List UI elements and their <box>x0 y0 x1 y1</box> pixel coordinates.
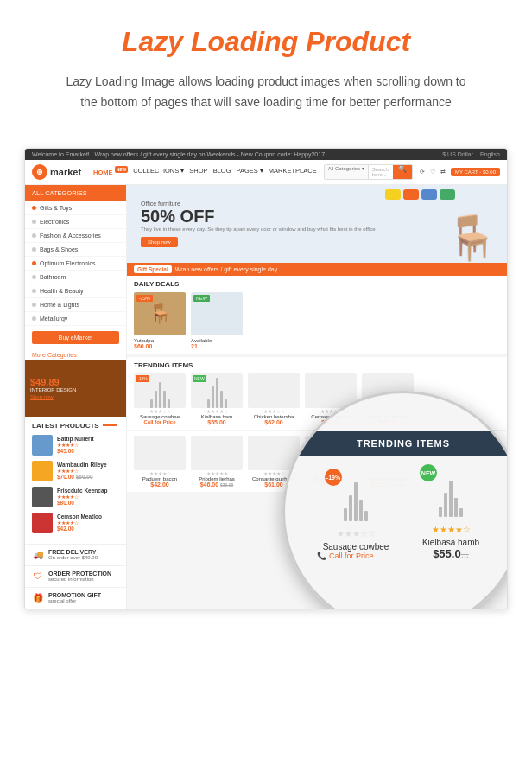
top-bar: Welcome to Emarket! | Wrap new offers / … <box>25 149 507 160</box>
promotion-gift-title: PROMOTION GIFT <box>48 592 101 598</box>
gifts-icon <box>32 206 36 210</box>
deal-price-1: $60.00 <box>134 343 186 349</box>
logo-circle: ⊕ <box>32 164 48 180</box>
nav-collections[interactable]: COLLECTIONS ▾ <box>133 167 184 176</box>
product-mini-3: Priscdufc Keencap ★★★★☆ $80.00 <box>32 487 119 507</box>
product-mini-1: Battip Nullerit ★★★★☆ $45.00 <box>32 435 119 456</box>
sidebar-item-bathroom[interactable]: Bathroom <box>25 271 126 284</box>
metallurgy-icon <box>32 316 36 321</box>
deals-grid: -22% 🪑 Yutculpa $60.00 NEW Available 21 <box>134 292 500 349</box>
trending-badge-1: -19% <box>136 375 149 382</box>
order-protection-title: ORDER PROTECTION <box>48 571 111 577</box>
product-mini-name-1: Battip Nullerit <box>57 436 94 442</box>
product-mini-img-3 <box>32 487 53 507</box>
zoom-waveform-2 <box>439 474 463 517</box>
sidebar-item-home[interactable]: Home & Lights <box>25 298 126 312</box>
nav-blog[interactable]: BLOG <box>213 167 231 176</box>
gift-bar-text: Wrap new offers / gift every single day <box>175 266 277 272</box>
trending-img-2: NEW <box>191 373 243 408</box>
trending-price-2: $55.00 <box>191 419 243 425</box>
wishlist-icon[interactable]: ♡ <box>430 169 435 175</box>
electronics-icon <box>32 220 36 224</box>
all-categories-button[interactable]: ALL CATEGORIES <box>25 185 126 201</box>
product-mini-2: Wambaudin Rileye ★★★★☆ $70.00 $60.00 <box>32 461 119 481</box>
deal-item-2[interactable]: NEW Available 21 <box>191 292 243 349</box>
nav-pages[interactable]: PAGES ▾ <box>236 167 263 176</box>
cart-button[interactable]: MY CART - $0.00 <box>451 168 500 176</box>
page-description: Lazy Loading Image allows loading produc… <box>59 72 473 113</box>
promo-label: INTERIOR DESIGN <box>30 387 121 392</box>
pillow-blue <box>421 189 437 200</box>
zoom-stars-1: ★★★☆☆ <box>317 529 395 539</box>
promo-price: $49.89 <box>30 377 121 387</box>
sidebar-item-metallurgy[interactable]: Metallurgy <box>25 312 126 326</box>
promotion-gift: 🎁 PROMOTION GIFT special offer <box>25 587 126 609</box>
compare-icon[interactable]: ⇄ <box>440 169 446 175</box>
page-header: Lazy Loading Product Lazy Loading Image … <box>0 0 532 131</box>
product-mini-price-1: $45.00 <box>57 448 94 454</box>
bottom-item-1[interactable]: ★★★★☆ Paduem bacon $42.00 <box>134 436 186 488</box>
trending-item-2[interactable]: NEW ★★★★☆ Kielbasa ham $55.00 <box>191 373 243 425</box>
nav-marketplace[interactable]: MARKETPLACE <box>269 167 317 176</box>
sidebar-item-health[interactable]: Health & Beauty <box>25 284 126 298</box>
nav-shop[interactable]: SHOP <box>189 167 207 176</box>
bottom-stars-1: ★★★★☆ <box>134 470 186 476</box>
sidebar-promo-banner: $49.89 INTERIOR DESIGN Shop now <box>25 360 126 417</box>
product-mini-stars-3: ★★★★☆ <box>57 494 108 500</box>
language-selector[interactable]: English <box>480 151 500 157</box>
screenshot-wrapper: Welcome to Emarket! | Wrap new offers / … <box>24 148 508 609</box>
zoom-header: TRENDING ITEMS <box>285 431 508 456</box>
search-button[interactable]: 🔍 <box>393 165 412 179</box>
page-title: Lazy Loading Product <box>35 26 497 58</box>
top-bar-message: Welcome to Emarket! | Wrap new offers / … <box>32 151 325 157</box>
sidebar-item-gifts[interactable]: Gifts & Toys <box>25 201 126 215</box>
zoom-stars-2: ★★★★☆ <box>412 525 490 534</box>
sidebar-item-optimum[interactable]: Optimum Electronics <box>25 257 126 271</box>
search-input[interactable]: Search here... <box>369 167 393 177</box>
hero-banner: Office furniture 50% OFF They live in th… <box>127 185 507 263</box>
currency-selector[interactable]: $ US Dollar <box>442 151 473 157</box>
zoom-name-2: Kielbasa hamb <box>412 538 490 547</box>
bags-icon <box>32 247 36 252</box>
top-bar-right: $ US Dollar English <box>442 151 500 157</box>
deal-item-1[interactable]: -22% 🪑 Yutculpa $60.00 <box>134 292 186 349</box>
promo-shop-btn[interactable]: Shop now <box>30 394 121 399</box>
sidebar-item-bags[interactable]: Bags & Shoes <box>25 243 126 257</box>
buy-emarket-button[interactable]: Buy eMarket <box>32 331 119 344</box>
product-mini-price-2: $70.00 $60.00 <box>57 474 107 480</box>
search-category-select[interactable]: All Categories ▾ <box>325 165 369 179</box>
bottom-item-2[interactable]: ★★★★★ Priodem lierhas $46.00 $30.00 <box>191 436 243 488</box>
product-mini-4: Cemson Meatloo ★★★★☆ $42.00 <box>32 513 119 533</box>
banner-pillows <box>385 189 455 200</box>
free-delivery-text: On order over $49.99 <box>48 555 98 560</box>
banner-offer: 50% OFF <box>141 207 376 226</box>
banner-shop-button[interactable]: Shop now <box>141 237 178 247</box>
zoom-product-1: -19% ★★★☆☆ Sausage cowbee 📞 Call for Pri… <box>317 474 395 560</box>
product-mini-img-4 <box>32 513 53 533</box>
delivery-icon: 🚚 <box>32 549 44 561</box>
waveform-2 <box>207 373 227 408</box>
nav-home[interactable]: HOME NEW <box>93 167 128 176</box>
refresh-icon[interactable]: ⟳ <box>420 169 425 175</box>
trending-item-1[interactable]: -19% ★★★☆☆ Sausage cowbee Call for P <box>134 373 186 425</box>
pillow-green <box>440 189 455 200</box>
zoom-product-img-2: NEW <box>425 469 477 521</box>
sidebar-item-electronics[interactable]: Electronics <box>25 215 126 229</box>
trending-img-1: -19% <box>134 373 186 408</box>
product-mini-img-2 <box>32 461 53 481</box>
product-mini-name-4: Cemson Meatloo <box>57 513 102 520</box>
deal-badge-1: -22% <box>136 295 153 302</box>
sidebar-item-fashion[interactable]: Fashion & Accessories <box>25 229 126 243</box>
more-categories-link[interactable]: More Categories <box>25 349 126 360</box>
bottom-price-2: $46.00 $30.00 <box>191 481 243 488</box>
trending-item-3[interactable]: ★★★☆☆ Chicken betersha $62.00 <box>248 373 300 425</box>
gift-icon: 🎁 <box>32 592 44 604</box>
zoom-name-1: Sausage cowbee <box>317 542 395 552</box>
free-delivery-title: FREE DELIVERY <box>48 549 98 555</box>
zoom-badge-2: NEW <box>420 464 437 481</box>
home-icon <box>32 303 36 307</box>
trending-img-3 <box>248 373 300 408</box>
search-bar: All Categories ▾ Search here... 🔍 <box>324 164 413 180</box>
order-protection-text: secured information <box>48 577 111 582</box>
product-mini-name-3: Priscdufc Keencap <box>57 488 108 494</box>
